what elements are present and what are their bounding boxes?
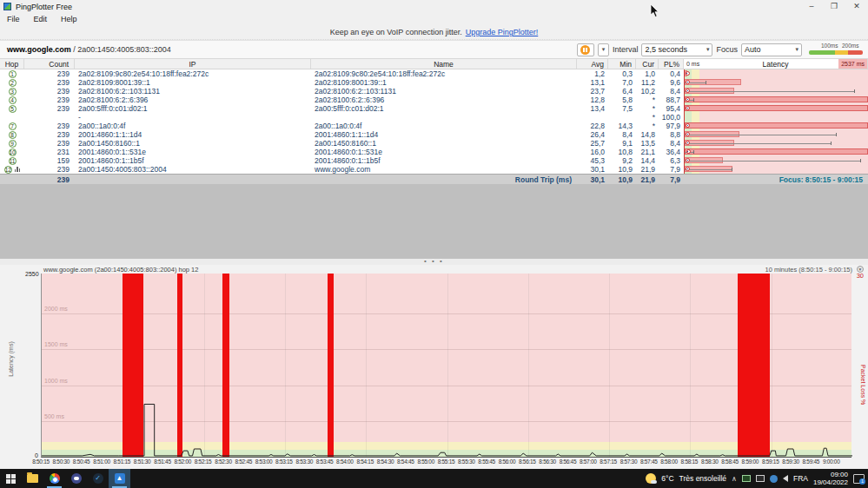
- pause-dropdown-button[interactable]: ▾: [598, 43, 609, 56]
- col-header-ip[interactable]: IP: [75, 59, 311, 69]
- action-center-icon[interactable]: 1: [853, 474, 865, 484]
- count-cell: 239: [24, 87, 75, 96]
- y-axis-min: 0: [35, 452, 38, 458]
- speaker-icon[interactable]: [783, 475, 788, 482]
- graph-title[interactable]: www.google.com (2a00:1450:4005:803::2004…: [43, 266, 198, 274]
- trace-table: Hop Count IP Name Avg Min Cur PL% 0 ms L…: [0, 59, 868, 184]
- min-cell: 7,0: [608, 78, 636, 87]
- pl-cell: 0,4: [659, 69, 684, 78]
- col-header-latency[interactable]: 0 ms Latency 2537 ms: [684, 59, 868, 69]
- target-summary[interactable]: www.google.com / 2a00:1450:4005:803::200…: [7, 45, 171, 54]
- time-tick-label: 8:53:15: [275, 458, 293, 465]
- cur-cell: 1,0: [636, 69, 659, 78]
- time-tick-label: 8:51:15: [114, 458, 131, 465]
- count-cell: 231: [24, 148, 75, 156]
- taskbar-check-app[interactable]: ✓: [87, 469, 109, 488]
- restore-button[interactable]: ❐: [823, 0, 845, 13]
- hop-cell: 3: [0, 87, 24, 96]
- hop-row[interactable]: 42392a02:8100:6:2::6:3962a02:8100:6:2::6…: [0, 96, 868, 104]
- menu-file[interactable]: File: [0, 15, 27, 23]
- ip-cell: 2a00:1450:8160::1: [75, 139, 311, 148]
- avg-cell: 1,2: [577, 69, 608, 78]
- hop-row[interactable]: 12392a02:8109:9c80:2e54:10:18ff:fea2:272…: [0, 69, 868, 78]
- hop-number-badge: 7: [9, 122, 17, 130]
- start-button[interactable]: [0, 469, 22, 488]
- onedrive-icon[interactable]: [770, 475, 778, 483]
- hop-row[interactable]: 122392a00:1450:4005:803::2004www.google.…: [0, 165, 868, 174]
- interval-select[interactable]: 2,5 seconds ▾: [641, 43, 712, 56]
- hop-row[interactable]: -*100,0: [0, 113, 868, 122]
- taskbar-chrome[interactable]: [43, 469, 65, 488]
- taskbar-discord[interactable]: [65, 469, 87, 488]
- graph-time-range[interactable]: 10 minutes (8:50:15 - 9:00:15): [765, 266, 852, 274]
- display-icon[interactable]: [756, 475, 765, 482]
- taskbar-pingplotter[interactable]: ▲: [109, 469, 130, 488]
- tray-weather-text[interactable]: Très ensoleillé: [679, 474, 727, 483]
- hop-number-badge: 5: [9, 105, 17, 113]
- pingplotter-app-icon: [3, 3, 11, 10]
- pause-button[interactable]: [577, 43, 594, 56]
- min-cell: 6,4: [608, 87, 636, 96]
- col-header-pl[interactable]: PL%: [659, 59, 684, 69]
- focus-select[interactable]: Auto ▾: [741, 43, 802, 56]
- hop-row[interactable]: 22392a02:8109:8001:39::12a02:8109:8001:3…: [0, 78, 868, 87]
- count-cell: [24, 113, 75, 122]
- hop-cell: [0, 113, 24, 122]
- menu-help[interactable]: Help: [54, 15, 84, 23]
- count-cell: 239: [24, 130, 75, 139]
- latency-mini-graph: [684, 130, 868, 139]
- menu-edit[interactable]: Edit: [27, 15, 55, 23]
- time-tick-label: 8:54:30: [377, 458, 394, 465]
- tray-chevron-icon[interactable]: ∧: [732, 475, 737, 483]
- col-header-name[interactable]: Name: [311, 59, 577, 69]
- latency-mini-graph: [684, 122, 868, 130]
- hop-number-badge: 1: [9, 70, 17, 78]
- pane-splitter-handle[interactable]: • • •: [0, 259, 868, 265]
- time-tick-label: 8:57:45: [640, 458, 658, 465]
- avg-cell: 13,1: [577, 78, 608, 87]
- avg-cell: [577, 113, 608, 122]
- target-address: 2a00:1450:4005:803::2004: [77, 45, 171, 54]
- timeline-graph-panel: www.google.com (2a00:1450:4005:803::2004…: [0, 265, 868, 469]
- col-header-avg[interactable]: Avg: [577, 59, 608, 69]
- name-cell: www.google.com: [311, 165, 577, 174]
- close-button[interactable]: ✕: [845, 0, 868, 13]
- hop-row[interactable]: 52392a00:5fff:0:c01:d02:12a00:5fff:0:c01…: [0, 104, 868, 113]
- target-host: www.google.com: [7, 45, 71, 54]
- ip-cell: 2a00:5fff:0:c01:d02:1: [75, 104, 311, 113]
- hop-number-badge: 12: [4, 166, 12, 174]
- cur-cell: 21,9: [636, 165, 659, 174]
- upgrade-link[interactable]: Upgrade PingPlotter!: [466, 28, 539, 36]
- hop-row[interactable]: 111592001:4860:0:1::1b5f2001:4860:0:1::1…: [0, 156, 868, 165]
- name-cell: 2001:4860:1:1::1d4: [311, 130, 577, 139]
- timeline-plot-area[interactable]: 2000 ms1500 ms1000 ms500 ms: [41, 274, 851, 458]
- tray-language[interactable]: FRA: [793, 474, 808, 483]
- time-tick-label: 8:50:15: [32, 458, 50, 465]
- count-cell: 239: [24, 122, 75, 130]
- weather-icon[interactable]: [646, 473, 656, 484]
- minimize-button[interactable]: –: [800, 0, 823, 13]
- hop-row[interactable]: 102312001:4860:0:1::531e2001:4860:0:1::5…: [0, 148, 868, 156]
- hop-row[interactable]: 82392001:4860:1:1::1d42001:4860:1:1::1d4…: [0, 130, 868, 139]
- latency-whisker: [685, 143, 832, 144]
- time-tick-label: 8:59:00: [742, 458, 759, 465]
- tray-clock[interactable]: 09:00 19/04/2022: [813, 471, 848, 486]
- min-cell: 9,1: [608, 139, 636, 148]
- hop-row[interactable]: 92392a00:1450:8160::12a00:1450:8160::125…: [0, 139, 868, 148]
- time-tick-label: 8:51:00: [93, 458, 110, 465]
- windows-taskbar: ✓ ▲ 6°C Très ensoleillé ∧ FRA 09:00 19/0…: [0, 469, 868, 488]
- taskbar-file-explorer[interactable]: [22, 469, 43, 488]
- hop-row[interactable]: 32392a02:8100:6:2::103:11312a02:8100:6:2…: [0, 87, 868, 96]
- col-header-min[interactable]: Min: [608, 59, 636, 69]
- latency-mini-graph: [684, 148, 868, 156]
- time-tick-label: 8:52:15: [195, 458, 212, 465]
- hop-row[interactable]: 72392a00::1a0:0:4f2a00::1a0:0:4f22,814,3…: [0, 122, 868, 130]
- target-bar: www.google.com / 2a00:1450:4005:803::200…: [0, 40, 868, 59]
- title-bar: PingPlotter Free – ❐ ✕: [0, 0, 868, 13]
- col-header-count[interactable]: Count: [24, 59, 75, 69]
- tray-temperature[interactable]: 6°C: [661, 474, 673, 483]
- network-icon[interactable]: [742, 475, 751, 482]
- col-header-hop[interactable]: Hop: [0, 59, 24, 69]
- col-header-cur[interactable]: Cur: [636, 59, 659, 69]
- count-cell: 239: [24, 139, 75, 148]
